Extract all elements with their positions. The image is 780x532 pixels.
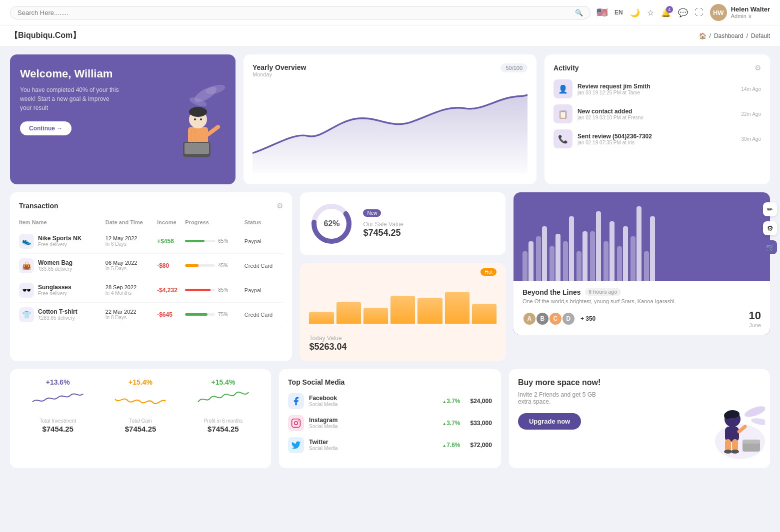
- space-desc: Invite 2 Friends and get 5 GB extra spac…: [518, 391, 608, 405]
- buy-space-card: Buy more space now! Invite 2 Friends and…: [509, 369, 770, 468]
- today-bar: [390, 296, 415, 324]
- bar-group: [576, 231, 588, 281]
- bar-chart-card: Beyond the Lines 6 hours ago One Of the …: [514, 192, 770, 335]
- activity-card: Activity ⚙ 👤 Review request jim Smith ja…: [544, 54, 770, 184]
- continue-button[interactable]: Continue →: [20, 121, 72, 135]
- overview-title: Yearly Overview Monday: [252, 63, 306, 82]
- instagram-icon: [288, 415, 304, 431]
- svg-point-27: [724, 450, 732, 454]
- welcome-subtitle: You have completed 40% of your this week…: [20, 85, 120, 112]
- plus-count: + 350: [580, 315, 596, 322]
- social-item-facebook: Facebook Social Media 3.7% $24,000: [288, 393, 492, 409]
- sale-value-card: 62% New Our Sale Value $7454.25: [300, 192, 505, 255]
- avatar: HW: [710, 4, 727, 21]
- favorites-button[interactable]: ☆: [647, 8, 654, 17]
- sparkline-blue: M0,30 C10,20 20,35 30,25 C40,15 50,30 60…: [19, 389, 96, 414]
- activity-item-3: 📞 Sent review (504)236-7302 jan 02 19 07…: [554, 129, 761, 148]
- overview-header: Yearly Overview Monday 50/100: [252, 63, 528, 82]
- space-illustration: [700, 397, 765, 463]
- sales-stack: 62% New Our Sale Value $7454.25 Hot Toda…: [300, 192, 505, 361]
- svg-point-6: [194, 118, 196, 120]
- avatar-3: C: [548, 312, 562, 326]
- search-bar[interactable]: 🔍: [10, 6, 590, 19]
- activity-title: Activity: [554, 64, 579, 72]
- search-input[interactable]: [18, 9, 571, 16]
- facebook-pct: 3.7%: [442, 398, 460, 405]
- table-row: 👜 Women Bag ₹83.65 delivery 06 May 2022 …: [19, 253, 283, 278]
- facebook-icon: [288, 393, 304, 409]
- stat-total-investment: +13.6% M0,30 C10,20 20,35 30,25 C40,15 5…: [19, 378, 96, 459]
- col-date: Date and Time: [106, 217, 157, 229]
- stat-total-gain: +15.4% M0,25 C10,35 20,15 30,28 C40,38 5…: [102, 378, 179, 459]
- bar-chart-bars: [522, 201, 761, 281]
- today-bar: [364, 308, 388, 324]
- bar-chart-container: Beyond the Lines 6 hours ago One Of the …: [514, 192, 770, 361]
- today-bar: [472, 304, 496, 324]
- twitter-pct: 7.6%: [442, 442, 460, 449]
- sparkline-green: M0,30 C10,15 20,35 30,20 C40,10 50,30 60…: [184, 389, 262, 414]
- bar-group: [563, 216, 574, 281]
- bar-group: [630, 206, 642, 281]
- bar-group: [522, 241, 534, 281]
- bar-group: [617, 226, 628, 281]
- social-media-card: Top Social Media Facebook Social Media 3…: [279, 369, 501, 468]
- avatar-4: D: [562, 312, 576, 326]
- svg-point-28: [731, 450, 739, 454]
- home-icon[interactable]: 🏠: [699, 32, 706, 39]
- today-bar: [445, 292, 470, 324]
- beyond-ago: 6 hours ago: [585, 288, 622, 296]
- col-item-name: Item Name: [19, 217, 106, 229]
- svg-point-17: [298, 420, 299, 421]
- transaction-settings-icon[interactable]: ⚙: [276, 201, 283, 210]
- instagram-amount: $33,000: [470, 420, 492, 427]
- hot-badge: Hot: [480, 268, 496, 276]
- transaction-table: Item Name Date and Time Income Progress …: [19, 217, 283, 327]
- notifications-button[interactable]: 🔔 4: [661, 8, 671, 17]
- separator1: /: [710, 32, 711, 39]
- activity-settings-icon[interactable]: ⚙: [754, 63, 761, 72]
- welcome-card: Welcome, William You have completed 40% …: [10, 54, 236, 184]
- activity-thumb-2: 📋: [554, 104, 572, 123]
- side-icon-2[interactable]: ⚙: [763, 221, 777, 235]
- activity-item-2: 📋 New contact added jan 02 19 03:10 PM a…: [554, 104, 761, 123]
- user-details: Helen Walter Admin ∨: [731, 5, 770, 19]
- side-icon-1[interactable]: ✏: [763, 202, 777, 216]
- upgrade-button[interactable]: Upgrade now: [518, 413, 581, 430]
- activity-item-1: 👤 Review request jim Smith jan 03 19 12:…: [554, 79, 761, 98]
- twitter-amount: $72,000: [470, 442, 492, 449]
- sale-value-info: New Our Sale Value $7454.25: [363, 209, 496, 238]
- nav-icons: 🇺🇸 EN 🌙 ☆ 🔔 4 💬 ⛶ HW Helen Walter Admin …: [596, 4, 770, 21]
- social-item-instagram: Instagram Social Media 3.7% $33,000: [288, 415, 492, 431]
- user-menu[interactable]: HW Helen Walter Admin ∨: [710, 4, 770, 21]
- dark-mode-button[interactable]: 🌙: [630, 8, 640, 17]
- bar-chart-inner: [514, 192, 770, 281]
- instagram-info: Instagram Social Media: [309, 417, 338, 429]
- today-bar: [309, 312, 334, 324]
- col-status: Status: [244, 217, 284, 229]
- bar-group: [590, 211, 601, 281]
- expand-button[interactable]: ⛶: [695, 8, 703, 17]
- mid-row: Transaction ⚙ Item Name Date and Time In…: [10, 192, 770, 361]
- table-row: 👟 Nike Sports NK Free delivery 12 May 20…: [19, 229, 283, 254]
- breadcrumb: 🏠 / Dashboard / Default: [699, 32, 770, 39]
- breadcrumb-dashboard[interactable]: Dashboard: [714, 32, 744, 39]
- user-name: Helen Walter: [731, 5, 770, 13]
- svg-point-19: [744, 404, 765, 419]
- col-progress: Progress: [185, 217, 244, 229]
- messages-button[interactable]: 💬: [678, 8, 688, 17]
- stats-mini-card: +13.6% M0,30 C10,20 20,35 30,25 C40,15 5…: [10, 369, 271, 468]
- twitter-icon: [288, 437, 304, 453]
- side-icon-3[interactable]: 🛒: [763, 240, 777, 254]
- beyond-date: 10 June: [749, 309, 761, 328]
- side-icons: ✏ ⚙ 🛒: [763, 202, 777, 254]
- today-bars: [309, 284, 496, 324]
- breadcrumb-default: Default: [751, 32, 770, 39]
- twitter-info: Twitter Social Media: [309, 439, 338, 451]
- transaction-title: Transaction: [19, 202, 58, 210]
- beyond-info: Beyond the Lines 6 hours ago One Of the …: [514, 281, 770, 335]
- avatar-1: A: [522, 312, 536, 326]
- svg-point-5: [189, 107, 207, 117]
- svg-point-16: [294, 421, 298, 425]
- breadcrumb-bar: 【Biqubiqu.Com】 🏠 / Dashboard / Default: [0, 25, 780, 46]
- space-title: Buy more space now!: [518, 378, 761, 387]
